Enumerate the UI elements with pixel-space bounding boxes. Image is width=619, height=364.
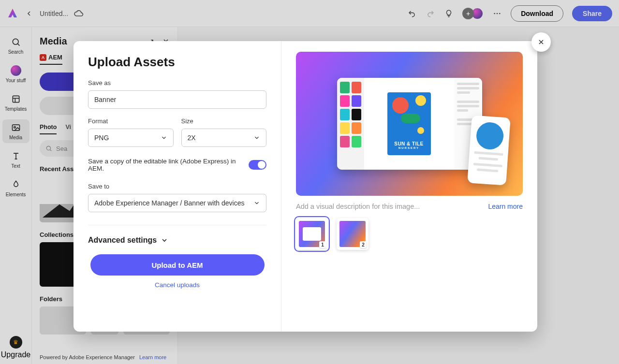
chevron-down-icon bbox=[161, 236, 168, 244]
cancel-uploads-link[interactable]: Cancel uploads bbox=[88, 281, 266, 289]
image-description-input[interactable]: Add a visual description for this image.… bbox=[296, 203, 420, 210]
format-select[interactable]: PNG bbox=[88, 129, 174, 147]
tablet-mockup: SUN & TILE NURSERY bbox=[337, 78, 482, 170]
chevron-down-icon bbox=[161, 134, 167, 141]
save-to-select[interactable]: Adobe Experience Manager / Banner with d… bbox=[88, 194, 266, 212]
learn-more-link[interactable]: Learn more bbox=[488, 203, 523, 210]
page-thumb-2[interactable]: 2 bbox=[337, 218, 368, 250]
save-as-label: Save as bbox=[88, 79, 266, 87]
chevron-down-icon bbox=[253, 134, 260, 141]
preview-image: SUN & TILE NURSERY bbox=[296, 52, 523, 196]
page-number-badge: 2 bbox=[360, 241, 367, 248]
poster-subtitle: NURSERY bbox=[398, 146, 419, 149]
chevron-down-icon bbox=[253, 200, 260, 206]
size-label: Size bbox=[181, 117, 267, 125]
format-value: PNG bbox=[94, 134, 109, 142]
page-number-badge: 1 bbox=[319, 241, 326, 248]
upload-assets-modal: Upload Assets Save as Format PNG Size 2X bbox=[74, 41, 537, 332]
divider bbox=[88, 225, 266, 225]
size-value: 2X bbox=[188, 134, 196, 142]
save-to-label: Save to bbox=[88, 183, 266, 190]
save-as-input[interactable] bbox=[88, 90, 266, 109]
save-copy-toggle-label: Save a copy of the editable link (Adobe … bbox=[88, 158, 249, 172]
page-thumbnails: 1 2 bbox=[296, 218, 523, 250]
add-collaborator-icon[interactable]: + bbox=[462, 8, 474, 19]
upload-to-aem-button[interactable]: Upload to AEM bbox=[90, 254, 265, 276]
format-label: Format bbox=[88, 117, 174, 125]
poster-title: SUN & TILE bbox=[394, 141, 424, 146]
save-to-value: Adobe Experience Manager / Banner with d… bbox=[94, 199, 245, 207]
modal-form: Upload Assets Save as Format PNG Size 2X bbox=[74, 41, 281, 332]
poster-artwork: SUN & TILE NURSERY bbox=[387, 92, 431, 155]
phone-mockup bbox=[467, 115, 511, 185]
modal-close-button[interactable] bbox=[531, 32, 551, 52]
save-copy-toggle[interactable] bbox=[249, 160, 266, 170]
size-select[interactable]: 2X bbox=[181, 129, 267, 147]
advanced-settings-toggle[interactable]: Advanced settings bbox=[88, 236, 266, 245]
page-thumb-1[interactable]: 1 bbox=[296, 218, 328, 250]
modal-preview: SUN & TILE NURSERY Add a visual descript… bbox=[281, 41, 537, 332]
advanced-settings-label: Advanced settings bbox=[88, 236, 157, 245]
modal-title: Upload Assets bbox=[88, 55, 266, 70]
